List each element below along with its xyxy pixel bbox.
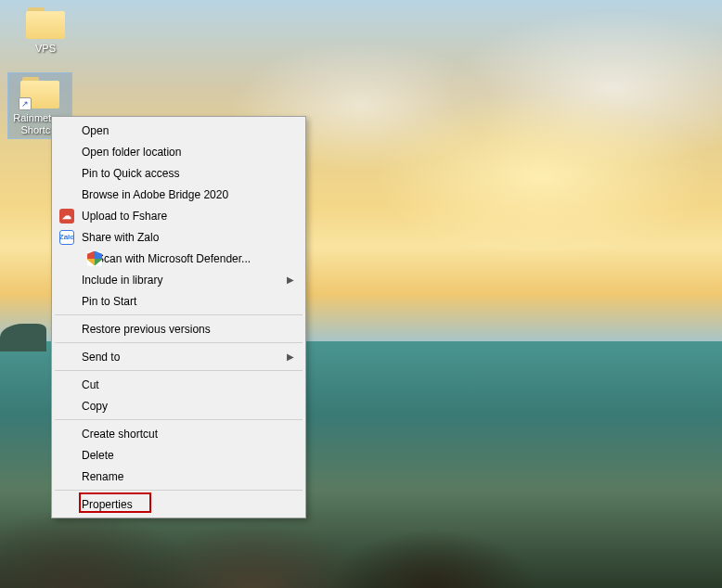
menu-item-label: Upload to Fshare — [82, 210, 167, 223]
icon-label: VPS — [15, 43, 76, 55]
shortcut-overlay-icon: ↗ — [19, 97, 32, 110]
menu-item-label: Scan with Microsoft Defender... — [97, 252, 251, 265]
menu-item-properties[interactable]: Properties — [54, 493, 303, 515]
menu-item-send-to[interactable]: Send to▶ — [54, 346, 303, 367]
chevron-right-icon: ▶ — [287, 275, 294, 285]
menu-item-label: Copy — [82, 400, 108, 413]
menu-separator — [55, 419, 303, 420]
menu-item-pin-to-start[interactable]: Pin to Start — [54, 290, 303, 312]
menu-item-label: Properties — [82, 498, 133, 511]
menu-item-label: Delete — [82, 449, 114, 462]
menu-item-cut[interactable]: Cut — [54, 374, 303, 395]
menu-item-share-with-zalo[interactable]: ZaloShare with Zalo — [54, 226, 303, 248]
chevron-right-icon: ▶ — [287, 352, 294, 362]
menu-item-delete[interactable]: Delete — [54, 444, 303, 466]
desktop-icon-vps[interactable]: VPS — [13, 4, 78, 57]
menu-separator — [55, 370, 303, 371]
menu-item-label: Share with Zalo — [82, 231, 159, 244]
menu-item-copy[interactable]: Copy — [54, 395, 303, 416]
menu-separator — [55, 490, 303, 491]
fshare-icon: ☁ — [59, 209, 74, 224]
menu-item-create-shortcut[interactable]: Create shortcut — [54, 423, 303, 444]
menu-item-browse-in-adobe-bridge-2020[interactable]: Browse in Adobe Bridge 2020 — [54, 184, 303, 205]
menu-item-label: Rename — [82, 470, 123, 483]
menu-item-label: Open — [82, 124, 109, 137]
menu-item-label: Pin to Quick access — [82, 167, 179, 180]
menu-item-include-in-library[interactable]: Include in library▶ — [54, 269, 303, 290]
menu-item-scan-with-microsoft-defender[interactable]: Scan with Microsoft Defender... — [54, 248, 303, 269]
menu-item-rename[interactable]: Rename — [54, 466, 303, 487]
menu-item-label: Pin to Start — [82, 295, 136, 308]
menu-item-open[interactable]: Open — [54, 120, 303, 141]
menu-item-label: Create shortcut — [82, 428, 158, 441]
menu-separator — [55, 342, 303, 343]
menu-item-label: Cut — [82, 378, 99, 391]
zalo-icon: Zalo — [59, 230, 74, 245]
menu-item-label: Open folder location — [82, 146, 181, 159]
menu-item-restore-previous-versions[interactable]: Restore previous versions — [54, 318, 303, 339]
menu-item-label: Browse in Adobe Bridge 2020 — [82, 188, 228, 201]
menu-separator — [55, 314, 303, 315]
folder-shortcut-icon: ↗ — [20, 77, 59, 109]
menu-item-open-folder-location[interactable]: Open folder location — [54, 141, 303, 162]
context-menu: OpenOpen folder locationPin to Quick acc… — [51, 116, 306, 518]
wallpaper-land — [0, 324, 46, 352]
menu-item-label: Send to — [82, 351, 120, 364]
menu-item-label: Restore previous versions — [82, 323, 211, 336]
folder-icon — [26, 7, 65, 39]
defender-icon — [87, 251, 102, 266]
menu-item-upload-to-fshare[interactable]: ☁Upload to Fshare — [54, 205, 303, 226]
menu-item-label: Include in library — [82, 274, 162, 287]
menu-item-pin-to-quick-access[interactable]: Pin to Quick access — [54, 162, 303, 184]
